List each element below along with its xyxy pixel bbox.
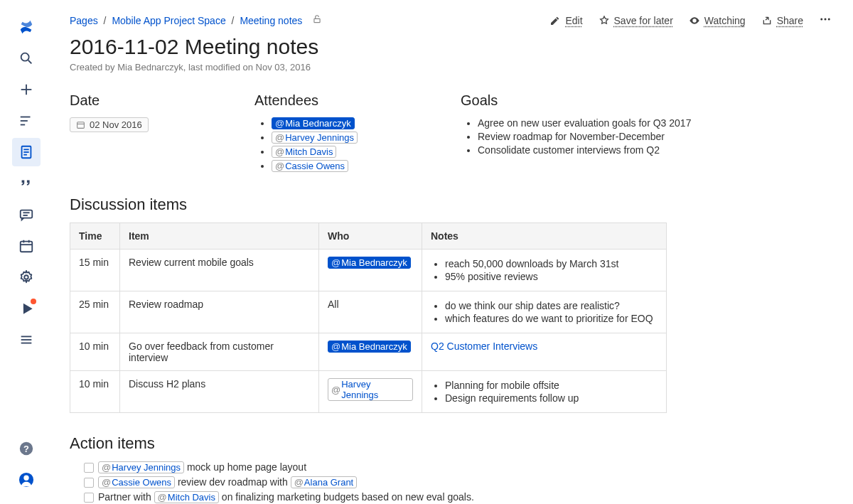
- page-title: 2016-11-02 Meeting notes: [70, 35, 832, 59]
- cell-time: 10 min: [70, 333, 120, 371]
- note-bullet: Design requirements follow up: [445, 392, 658, 404]
- action-item: Partner with @Mitch Davis on finalizing …: [84, 491, 832, 503]
- quote-icon[interactable]: [12, 169, 41, 198]
- goal-item: Consolidate customer interviews from Q2: [478, 144, 832, 156]
- note-bullet: do we think our ship dates are realistic…: [445, 300, 658, 311]
- breadcrumb-page[interactable]: Meeting notes: [240, 15, 302, 26]
- share-label: Share: [777, 15, 803, 26]
- more-actions-icon[interactable]: [819, 13, 832, 28]
- heading-discussion: Discussion items: [70, 195, 832, 214]
- user-mention[interactable]: @Harvey Jennings: [98, 461, 184, 473]
- svg-point-27: [820, 18, 822, 21]
- global-sidebar: ?: [0, 0, 53, 504]
- calendar-small-icon: [76, 120, 85, 129]
- user-mention[interactable]: @Cassie Owens: [98, 476, 175, 488]
- user-mention[interactable]: @Cassie Owens: [272, 160, 348, 172]
- calendar-icon[interactable]: [12, 232, 41, 260]
- breadcrumb-space[interactable]: Mobile App Project Space: [112, 15, 225, 26]
- page-icon[interactable]: [12, 138, 41, 166]
- action-text: @Cassie Owens review dev roadmap with @A…: [98, 476, 357, 488]
- cell-notes: do we think our ship dates are realistic…: [422, 291, 667, 333]
- action-item: @Cassie Owens review dev roadmap with @A…: [84, 476, 832, 488]
- edit-label: Edit: [565, 15, 582, 26]
- goals-list: Agree on new user evaluation goals for Q…: [461, 117, 832, 156]
- cell-notes: Planning for mobile offsiteDesign requir…: [422, 371, 667, 413]
- settings-icon[interactable]: [12, 263, 41, 291]
- table-row: 25 minReview roadmapAlldo we think our s…: [70, 291, 667, 333]
- page-byline: Created by Mia Bednarczyk, last modified…: [70, 62, 832, 73]
- svg-point-18: [24, 275, 28, 279]
- heading-action: Action items: [70, 434, 832, 453]
- attendee-item: @Mitch Davis: [272, 146, 432, 158]
- create-icon[interactable]: [12, 75, 41, 104]
- cell-item: Review roadmap: [120, 291, 319, 333]
- table-row: 10 minDiscuss H2 plans@Harvey JenningsPl…: [70, 371, 667, 413]
- user-mention[interactable]: @Harvey Jennings: [272, 132, 358, 144]
- topbar: Pages / Mobile App Project Space / Meeti…: [70, 13, 832, 28]
- share-button[interactable]: Share: [761, 15, 803, 26]
- cell-who: @Mia Bednarczyk: [319, 250, 422, 291]
- search-icon[interactable]: [12, 44, 41, 73]
- goal-item: Review roadmap for November-December: [478, 131, 832, 142]
- note-bullet: Planning for mobile offsite: [445, 380, 658, 391]
- main-content: Pages / Mobile App Project Space / Meeti…: [53, 0, 853, 504]
- save-for-later-button[interactable]: Save for later: [599, 15, 673, 26]
- breadcrumb-root[interactable]: Pages: [70, 15, 98, 26]
- cell-time: 25 min: [70, 291, 120, 333]
- svg-point-25: [23, 476, 28, 481]
- confluence-logo-icon[interactable]: [12, 13, 41, 41]
- note-bullet: reach 50,000 downloads by March 31st: [445, 258, 658, 269]
- cell-item: Review current mobile goals: [120, 250, 319, 291]
- svg-point-0: [21, 53, 29, 61]
- notification-badge: [31, 299, 36, 304]
- edit-button[interactable]: Edit: [549, 15, 582, 26]
- user-mention[interactable]: @Mitch Davis: [272, 146, 336, 158]
- cell-who: All: [319, 291, 422, 333]
- menu-icon[interactable]: [12, 326, 41, 354]
- user-mention[interactable]: @Alana Grant: [291, 476, 358, 488]
- action-list: @Harvey Jennings mock up home page layou…: [70, 461, 832, 503]
- comment-icon[interactable]: [12, 200, 41, 229]
- date-chip[interactable]: 02 Nov 2016: [70, 117, 149, 132]
- discussion-table: Time Item Who Notes 15 minReview current…: [70, 222, 667, 413]
- attendee-item: @Harvey Jennings: [272, 132, 432, 144]
- cell-time: 15 min: [70, 250, 120, 291]
- svg-rect-30: [77, 122, 85, 129]
- user-mention[interactable]: @Mia Bednarczyk: [272, 117, 355, 129]
- cell-item: Go over feedback from customer interview: [120, 333, 319, 371]
- note-bullet: which features do we want to prioritize …: [445, 313, 658, 324]
- table-row: 15 minReview current mobile goals@Mia Be…: [70, 250, 667, 291]
- attendee-item: @Mia Bednarczyk: [272, 117, 432, 129]
- note-link[interactable]: Q2 Customer Interviews: [431, 341, 537, 352]
- notification-icon[interactable]: [12, 294, 41, 323]
- watching-button[interactable]: Watching: [689, 15, 746, 26]
- attendees-list: @Mia Bednarczyk@Harvey Jennings@Mitch Da…: [254, 117, 432, 172]
- svg-rect-11: [21, 210, 33, 218]
- save-label: Save for later: [614, 15, 673, 26]
- col-item: Item: [120, 223, 319, 250]
- user-mention[interactable]: @Mia Bednarczyk: [328, 257, 411, 269]
- action-checkbox[interactable]: [84, 493, 94, 503]
- user-mention[interactable]: @Harvey Jennings: [328, 378, 413, 401]
- svg-point-29: [828, 18, 830, 21]
- action-checkbox[interactable]: [84, 478, 94, 488]
- unlock-icon[interactable]: [312, 14, 322, 26]
- cell-notes: Q2 Customer Interviews: [422, 333, 667, 371]
- heading-attendees: Attendees: [254, 92, 432, 109]
- breadcrumb: Pages / Mobile App Project Space / Meeti…: [70, 15, 302, 26]
- user-mention[interactable]: @Mia Bednarczyk: [328, 341, 411, 353]
- action-checkbox[interactable]: [84, 463, 94, 473]
- cell-time: 10 min: [70, 371, 120, 413]
- cell-who: @Mia Bednarczyk: [319, 333, 422, 371]
- user-mention[interactable]: @Mitch Davis: [154, 491, 219, 503]
- help-icon[interactable]: ?: [12, 434, 41, 463]
- activity-icon[interactable]: [12, 107, 41, 135]
- action-item: @Harvey Jennings mock up home page layou…: [84, 461, 832, 473]
- profile-avatar[interactable]: [12, 466, 41, 494]
- action-text: @Harvey Jennings mock up home page layou…: [98, 461, 306, 473]
- cell-who: @Harvey Jennings: [319, 371, 422, 413]
- note-bullet: 95% positive reviews: [445, 271, 658, 282]
- action-text: Partner with @Mitch Davis on finalizing …: [98, 491, 474, 503]
- heading-goals: Goals: [461, 92, 832, 109]
- cell-item: Discuss H2 plans: [120, 371, 319, 413]
